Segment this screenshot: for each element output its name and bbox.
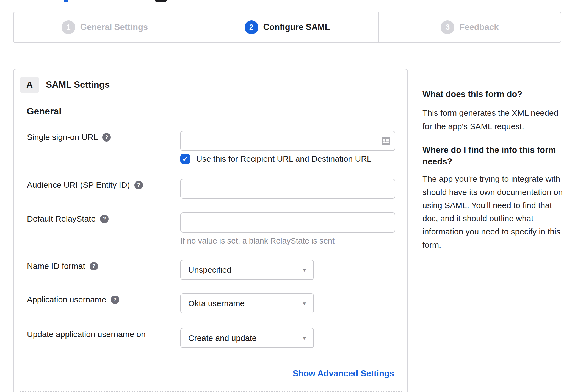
cropped-blue-accent <box>64 0 68 2</box>
general-heading: General <box>27 106 62 117</box>
application-username-label-text: Application username <box>27 295 106 304</box>
update-app-username-label: Update application username on <box>27 329 146 340</box>
step-3-number-badge: 3 <box>441 20 454 34</box>
relaystate-hint-text: If no value is set, a blank RelayState i… <box>180 236 335 246</box>
recipient-url-checkbox-label: Use this for Recipient URL and Destinati… <box>196 153 372 164</box>
configure-saml-page: { "colors": { "accent_blue": "#1662dd", … <box>0 0 575 392</box>
default-relaystate-label: Default RelayState ? <box>27 213 109 224</box>
audience-uri-label: Audience URI (SP Entity ID) ? <box>27 180 143 191</box>
step-general-settings[interactable]: 1 General Settings <box>14 12 196 42</box>
saml-settings-panel: A SAML Settings General Single sign-on U… <box>13 69 408 392</box>
recipient-url-checkbox[interactable]: ✓ <box>180 154 190 164</box>
chevron-down-icon: ▼ <box>302 336 307 340</box>
wizard-stepper: 1 General Settings 2 Configure SAML 3 Fe… <box>13 12 561 43</box>
default-relaystate-input[interactable] <box>180 212 395 233</box>
cropped-black-toggle <box>155 0 167 2</box>
step-1-label: General Settings <box>80 22 148 32</box>
audience-uri-input[interactable] <box>180 179 395 199</box>
name-id-format-select[interactable]: Unspecified ▼ <box>180 260 314 280</box>
single-sign-on-url-help-icon[interactable]: ? <box>102 133 111 142</box>
panel-title: SAML Settings <box>46 79 110 90</box>
default-relaystate-label-text: Default RelayState <box>27 214 96 223</box>
application-username-select[interactable]: Okta username ▼ <box>180 293 314 313</box>
step-2-label: Configure SAML <box>263 22 330 32</box>
audience-uri-help-icon[interactable]: ? <box>134 181 143 189</box>
step-1-number-badge: 1 <box>62 20 75 34</box>
single-sign-on-url-label-text: Single sign-on URL <box>27 132 98 142</box>
application-username-label: Application username ? <box>27 294 119 305</box>
application-username-help-icon[interactable]: ? <box>111 296 119 304</box>
step-3-label: Feedback <box>459 22 499 32</box>
update-app-username-select[interactable]: Create and update ▼ <box>180 328 314 348</box>
help-answer-1: This form generates the XML needed for t… <box>422 106 563 133</box>
help-question-2: Where do I find the info this form needs… <box>422 144 557 167</box>
checkbox-check-icon: ✓ <box>182 155 188 163</box>
help-question-1: What does this form do? <box>422 89 522 100</box>
update-app-username-value: Create and update <box>181 333 257 343</box>
audience-uri-label-text: Audience URI (SP Entity ID) <box>27 180 130 190</box>
application-username-value: Okta username <box>181 299 245 308</box>
single-sign-on-url-input[interactable] <box>180 131 395 151</box>
step-2-number-badge: 2 <box>245 20 258 34</box>
single-sign-on-url-label: Single sign-on URL ? <box>27 132 111 143</box>
default-relaystate-help-icon[interactable]: ? <box>100 215 109 223</box>
name-id-format-label-text: Name ID format <box>27 261 85 271</box>
section-a-badge: A <box>20 77 39 93</box>
step-feedback[interactable]: 3 Feedback <box>378 12 561 42</box>
step-configure-saml[interactable]: 2 Configure SAML <box>196 12 378 42</box>
chevron-down-icon: ▼ <box>302 301 307 306</box>
name-id-format-value: Unspecified <box>181 265 231 275</box>
help-answer-2: The app you're trying to integrate with … <box>422 172 568 252</box>
update-app-username-label-text: Update application username on <box>27 330 146 339</box>
name-id-format-help-icon[interactable]: ? <box>90 262 98 270</box>
chevron-down-icon: ▼ <box>302 267 307 272</box>
show-advanced-settings-link[interactable]: Show Advanced Settings <box>293 368 394 379</box>
contact-card-icon <box>382 137 390 145</box>
name-id-format-label: Name ID format ? <box>27 261 98 272</box>
